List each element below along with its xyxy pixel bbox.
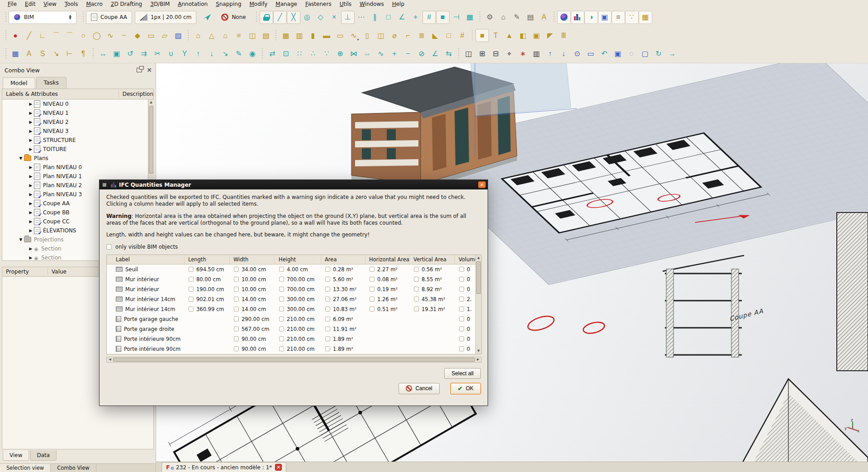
menu-annotation[interactable]: Annotation xyxy=(174,0,212,8)
tab-data[interactable]: Data xyxy=(30,450,57,461)
draft-split-button[interactable]: Y xyxy=(178,47,191,61)
expand-icon[interactable]: ▶ xyxy=(28,210,34,215)
table-header-row[interactable]: LabelLengthWidthHeightAreaHorizontal Are… xyxy=(107,255,481,264)
width-checkbox[interactable] xyxy=(234,297,239,302)
draft-move-button[interactable]: ↔ xyxy=(96,47,110,61)
menu-macro[interactable]: Macro xyxy=(82,0,106,8)
path-array-button[interactable]: ∴ xyxy=(306,47,320,61)
expand-icon[interactable]: ▶ xyxy=(28,201,34,206)
draft-utilities-button[interactable]: ⚙ xyxy=(483,11,497,24)
remove-point-button[interactable]: − xyxy=(401,47,415,61)
v-area-cell[interactable]: 45.38 m² xyxy=(410,296,455,303)
area-checkbox[interactable] xyxy=(325,307,330,312)
tab-model[interactable]: Model xyxy=(3,77,35,89)
tree-item-structure[interactable]: ▶STRUCTURE xyxy=(2,136,153,145)
draft-wipe-button[interactable]: ⊘ xyxy=(415,47,428,61)
area-cell[interactable]: 1.89 m² xyxy=(321,346,365,353)
width-cell[interactable]: 10.00 cm xyxy=(230,276,275,283)
bim-text-button[interactable]: T xyxy=(489,29,503,42)
workbench-selector[interactable]: BIM ▲▼ xyxy=(9,11,76,24)
table-row[interactable]: Mur intérieur190.00 cm10.00 cm700.00 cm1… xyxy=(107,284,481,294)
volume-checkbox[interactable] xyxy=(459,326,464,331)
h-area-checkbox[interactable] xyxy=(370,287,375,292)
width-cell[interactable]: 290.00 cm xyxy=(230,316,275,323)
move-up-button[interactable]: ↑ xyxy=(543,47,557,61)
bim-building-button[interactable]: ⌂ xyxy=(218,29,232,42)
close-document-icon[interactable]: ✕ xyxy=(275,464,282,471)
snap-near-button[interactable]: □ xyxy=(382,11,395,24)
bim-fence-button[interactable]: Ⅲ xyxy=(557,29,570,42)
label-cell[interactable]: Porte garage droite xyxy=(107,326,185,333)
column-header-length[interactable]: Length xyxy=(185,255,230,264)
snap-grid-button[interactable]: # xyxy=(422,11,436,24)
tree-item-niveau-0[interactable]: ▶NIVEAU 0 xyxy=(2,99,153,109)
width-checkbox[interactable] xyxy=(234,326,239,331)
shape-2d-view-button[interactable]: ⊡ xyxy=(279,47,293,61)
tree-item-niveau-3[interactable]: ▶NIVEAU 3 xyxy=(2,127,153,136)
area-cell[interactable]: 6.09 m² xyxy=(321,316,365,323)
bim-views-button[interactable]: ▥ xyxy=(530,47,543,61)
menu-help[interactable]: Help xyxy=(388,0,408,8)
snap-lock-button[interactable] xyxy=(260,11,273,24)
height-checkbox[interactable] xyxy=(279,326,284,331)
annotation-styles-button[interactable]: A xyxy=(537,11,551,24)
window-menu-icon[interactable] xyxy=(103,183,106,187)
menu-view[interactable]: View xyxy=(39,0,60,8)
scroll-up-icon[interactable]: ▲ xyxy=(148,99,154,105)
toolbar-grip[interactable] xyxy=(255,12,258,23)
bim-drawing-view-button[interactable]: ▤ xyxy=(259,29,273,42)
whats-this-button[interactable]: → xyxy=(665,47,679,61)
arch-add-component-button[interactable]: ⊞ xyxy=(475,47,489,61)
line-style-button[interactable]: 1px | 20.00 cm xyxy=(135,11,196,24)
table-row[interactable]: Mur intérieur 14cm902.01 cm14.00 cm300.0… xyxy=(107,294,481,304)
area-cell[interactable]: 13.30 m² xyxy=(321,286,365,293)
area-checkbox[interactable] xyxy=(325,277,330,282)
length-checkbox[interactable] xyxy=(189,297,194,302)
volume-checkbox[interactable] xyxy=(459,307,464,312)
draft-array-button[interactable]: ∷ xyxy=(293,47,306,61)
width-cell[interactable]: 10.00 cm xyxy=(230,286,275,293)
volume-checkbox[interactable] xyxy=(459,287,464,292)
snap-endpoint-button[interactable]: ╱ xyxy=(273,11,287,24)
expand-icon[interactable]: ▶ xyxy=(28,174,34,179)
area-cell[interactable]: 1.89 m² xyxy=(321,336,365,343)
width-cell[interactable]: 14.00 cm xyxy=(230,296,275,303)
scrollbar-thumb[interactable] xyxy=(113,358,475,362)
volume-checkbox[interactable] xyxy=(459,267,464,272)
snap-midpoint-button[interactable]: ╳ xyxy=(287,11,300,24)
bim-door-button[interactable]: ▯ xyxy=(360,29,374,42)
height-cell[interactable]: 210.00 cm xyxy=(275,326,321,333)
arch-cut-plane-button[interactable]: ◫ xyxy=(462,47,475,61)
bim-window-button[interactable]: ◫ xyxy=(374,29,388,42)
active-section-button[interactable]: Coupe AA xyxy=(86,11,132,24)
height-cell[interactable]: 700.00 cm xyxy=(275,286,321,293)
tree-item-niveau-2[interactable]: ▶NIVEAU 2 xyxy=(2,118,153,127)
document-tab[interactable]: F 232 - En cours - ancien modèle : 1* ✕ xyxy=(161,462,286,472)
label-cell[interactable]: Mur intérieur xyxy=(107,286,185,293)
h-area-checkbox[interactable] xyxy=(370,267,375,272)
width-checkbox[interactable] xyxy=(234,316,239,321)
bim-section-plane-button[interactable]: ◫ xyxy=(246,29,259,42)
draft-polyline-button[interactable]: ∟ xyxy=(36,29,49,42)
height-cell[interactable]: 700.00 cm xyxy=(275,276,321,283)
h-area-checkbox[interactable] xyxy=(370,307,375,312)
volume-checkbox[interactable] xyxy=(459,277,464,282)
collapse-icon[interactable]: ▼ xyxy=(18,156,24,160)
table-row[interactable]: Porte intérieure 90cm90.00 cm210.00 cm1.… xyxy=(107,344,481,354)
height-checkbox[interactable] xyxy=(279,297,284,302)
volume-checkbox[interactable] xyxy=(459,297,464,302)
v-area-checkbox[interactable] xyxy=(414,267,419,272)
collapse-icon[interactable]: ▼ xyxy=(18,237,24,242)
expand-icon[interactable]: ▶ xyxy=(28,120,34,124)
table-row[interactable]: Seuil694.50 cm34.00 cm4.00 cm0.28 m²2.27… xyxy=(107,264,481,274)
draft-stretch-button[interactable]: ⇔ xyxy=(360,47,374,61)
bim-slab-button[interactable]: ▭ xyxy=(333,29,347,42)
table-row[interactable]: Mur intérieur80.00 cm10.00 cm700.00 cm5.… xyxy=(107,274,481,284)
expand-icon[interactable]: ▶ xyxy=(28,228,34,233)
menu-windows[interactable]: Windows xyxy=(356,0,388,8)
tab-combo-view[interactable]: Combo View xyxy=(51,464,96,472)
draft-edit-button[interactable]: ✎ xyxy=(232,47,246,61)
only-visible-checkbox[interactable] xyxy=(106,244,112,250)
tree-item-toiture[interactable]: ▶TOITURE xyxy=(2,145,153,154)
h-area-checkbox[interactable] xyxy=(370,297,375,302)
